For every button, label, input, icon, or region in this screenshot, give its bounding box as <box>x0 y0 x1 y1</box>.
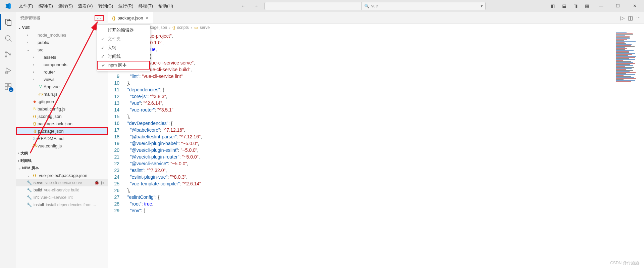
file-tree-item[interactable]: ⌄ src <box>16 46 108 53</box>
activity-explorer-icon[interactable] <box>0 14 16 30</box>
breadcrumb-item[interactable]: scripts <box>177 25 189 30</box>
menu-item[interactable]: 编辑(E) <box>36 3 56 9</box>
views-context-menu: 打开的编辑器✓文件夹✓大纲✓时间线✓npm 脚本 <box>97 24 150 71</box>
file-tree-item[interactable]: › views <box>16 76 108 83</box>
menubar: 文件(F)编辑(E)选择(S)查看(V)转到(G)运行(R)终端(T)帮助(H) <box>16 3 176 9</box>
tab-bar: {} package.json ✕ ▷ ◫ ··· <box>108 12 644 24</box>
nav-back-icon[interactable]: ← <box>238 3 248 9</box>
extensions-badge: 1 <box>9 87 13 92</box>
watermark: CSDN @付施施. <box>610 260 640 266</box>
project-header[interactable]: ⌄VUE <box>16 24 108 31</box>
ctx-item[interactable]: 打开的编辑器 <box>97 26 150 35</box>
file-tree-item[interactable]: {} package-lock.json <box>16 120 108 127</box>
debug-icon[interactable]: 🐞 <box>94 180 99 185</box>
layout-right-icon[interactable]: ◨ <box>571 1 580 11</box>
vue-icon: V <box>38 85 44 89</box>
md-icon: ⓘ <box>32 136 38 141</box>
ctx-item[interactable]: ✓时间线 <box>97 52 150 61</box>
svg-rect-11 <box>5 87 8 90</box>
file-tree-item[interactable]: › components <box>16 61 108 68</box>
titlebar: 文件(F)编辑(E)选择(S)查看(V)转到(G)运行(R)终端(T)帮助(H)… <box>0 0 644 12</box>
sidebar-more-button[interactable]: ··· <box>95 15 104 21</box>
sidebar-explorer: 资源管理器 ··· ⌄VUE › node_modules› public⌄ s… <box>16 12 108 268</box>
svg-point-6 <box>9 54 11 55</box>
split-editor-icon[interactable]: ◫ <box>628 15 633 21</box>
outline-header[interactable]: ›大纲 <box>16 149 108 157</box>
file-tree-item[interactable]: JS main.js <box>16 90 108 98</box>
minimize-button[interactable]: — <box>594 0 608 12</box>
file-tree-item[interactable]: ⓘ README.md <box>16 135 108 142</box>
maximize-button[interactable]: ☐ <box>610 0 625 12</box>
npm-root[interactable]: ⌄{} vue-project\package.json <box>16 172 108 179</box>
file-tree-item[interactable]: JS vue.config.js <box>16 142 108 149</box>
tab-package-json[interactable]: {} package.json ✕ <box>108 12 153 24</box>
chevron-down-icon: ▾ <box>481 4 483 8</box>
wrench-icon: 🔧 <box>27 188 32 192</box>
file-tree-item[interactable]: {} package.json <box>16 127 108 135</box>
npm-script-build[interactable]: 🔧build vue-cli-service build🐞▷ <box>16 186 108 194</box>
svg-rect-10 <box>8 84 11 86</box>
breadcrumb-item[interactable]: serve <box>200 25 210 30</box>
command-center-left[interactable] <box>264 2 362 10</box>
activity-run-debug-icon[interactable] <box>0 62 16 79</box>
file-tree-item[interactable]: › router <box>16 68 108 76</box>
run-icon[interactable]: ▷ <box>621 15 625 21</box>
close-button[interactable]: ✕ <box>627 0 642 12</box>
git-icon: ◆ <box>32 99 38 104</box>
customize-layout-icon[interactable]: ▦ <box>582 1 592 11</box>
npm-script-install[interactable]: 🔧install install dependencies from ...🐞▷ <box>16 201 108 209</box>
svg-point-4 <box>5 52 7 53</box>
file-tree-item[interactable]: B babel.config.js <box>16 105 108 113</box>
npm-script-serve[interactable]: 🔧serve vue-cli-service serve🐞▷ <box>16 179 108 186</box>
svg-line-3 <box>9 40 11 42</box>
menu-item[interactable]: 帮助(H) <box>156 3 176 9</box>
file-tree-item[interactable]: {} jsconfig.json <box>16 113 108 120</box>
menu-item[interactable]: 文件(F) <box>16 3 36 9</box>
activity-source-control-icon[interactable] <box>0 46 16 62</box>
menu-item[interactable]: 运行(R) <box>116 3 136 9</box>
tab-more-icon[interactable]: ··· <box>636 15 641 21</box>
svg-point-2 <box>5 36 10 40</box>
menu-item[interactable]: 选择(S) <box>56 3 75 9</box>
check-icon: ✓ <box>101 45 105 50</box>
tab-close-icon[interactable]: ✕ <box>145 15 149 20</box>
check-icon: ✓ <box>102 63 106 68</box>
file-tree-item[interactable]: › node_modules <box>16 31 108 39</box>
nav-forward-icon[interactable]: → <box>251 3 261 9</box>
ctx-item: ✓文件夹 <box>97 35 150 43</box>
json-icon: {} <box>32 129 38 133</box>
ctx-item[interactable]: ✓大纲 <box>97 43 150 52</box>
breadcrumb[interactable]: vue-project›{}package.json›{}scripts›▭se… <box>108 24 644 31</box>
npm-script-lint[interactable]: 🔧lint vue-cli-service lint🐞▷ <box>16 194 108 201</box>
menu-item[interactable]: 转到(G) <box>96 3 116 9</box>
file-tree-item[interactable]: › assets <box>16 53 108 61</box>
activity-bar: 1 <box>0 12 16 268</box>
json-icon: {} <box>32 114 38 118</box>
file-tree-item[interactable]: V App.vue <box>16 83 108 90</box>
timeline-header[interactable]: ›时间线 <box>16 157 108 164</box>
editor-zone: {} package.json ✕ ▷ ◫ ··· vue-project›{}… <box>108 12 644 268</box>
check-icon: ✓ <box>101 37 105 42</box>
js-icon: JS <box>38 92 44 96</box>
activity-extensions-icon[interactable]: 1 <box>0 79 16 95</box>
menu-item[interactable]: 查看(V) <box>75 3 95 9</box>
menu-item[interactable]: 终端(T) <box>136 3 156 9</box>
layout-bottom-icon[interactable]: ⬓ <box>559 1 569 11</box>
babel-icon: B <box>32 107 38 111</box>
file-tree: › node_modules› public⌄ src› assets› com… <box>16 31 108 149</box>
file-tree-item[interactable]: ◆ .gitignore <box>16 98 108 105</box>
sidebar-title: 资源管理器 <box>20 15 40 21</box>
run-icon[interactable]: ▷ <box>101 180 104 185</box>
json-icon: {} <box>32 122 38 126</box>
ctx-item[interactable]: ✓npm 脚本 <box>97 61 150 70</box>
json-icon: {} <box>112 15 115 20</box>
wrench-icon: 🔧 <box>27 195 32 200</box>
minimap[interactable] <box>616 32 637 72</box>
npm-scripts-header[interactable]: ⌄NPM 脚本 <box>16 164 108 172</box>
layout-left-icon[interactable]: ◧ <box>548 1 557 11</box>
wrench-icon: 🔧 <box>27 180 32 185</box>
command-center-search[interactable]: 🔍 vue ▾ <box>362 2 486 10</box>
file-tree-item[interactable]: › public <box>16 39 108 46</box>
js-icon: JS <box>32 144 38 148</box>
activity-search-icon[interactable] <box>0 30 16 46</box>
